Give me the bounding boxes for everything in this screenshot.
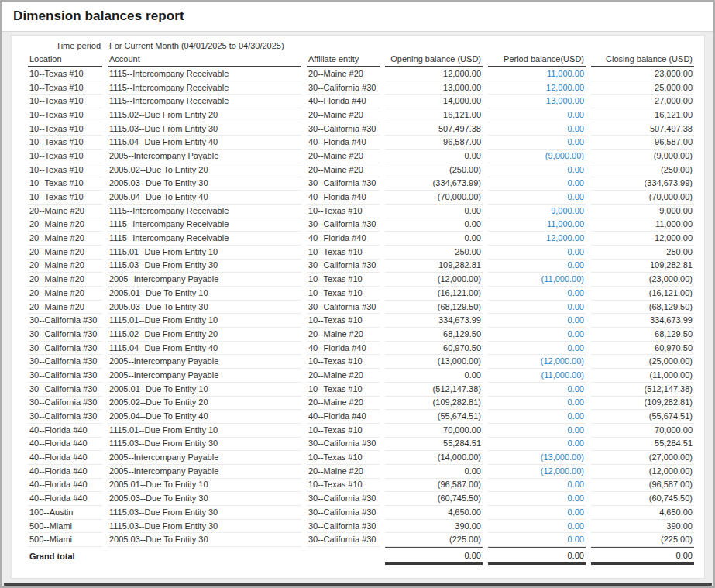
cell-closing-balance: (70,000.00) [591, 191, 694, 205]
cell-affiliate-entity: 40--Florida #40 [307, 410, 380, 424]
cell-account: 1115.02--Due From Entity 20 [108, 108, 301, 122]
cell-period-balance[interactable]: 0.00 [488, 410, 586, 424]
cell-closing-balance: (68,129.50) [591, 301, 694, 315]
cell-closing-balance: 25,000.00 [591, 81, 694, 95]
cell-opening-balance: 507,497.38 [385, 122, 483, 136]
cell-period-balance[interactable]: 0.00 [488, 260, 586, 273]
cell-opening-balance: 16,121.00 [385, 108, 483, 122]
cell-period-balance[interactable]: 0.00 [488, 342, 586, 356]
cell-opening-balance: 334,673.99 [385, 314, 483, 328]
cell-period-balance[interactable]: 0.00 [488, 479, 586, 493]
grand-total-spacer [307, 547, 380, 565]
cell-closing-balance: 4,650.00 [591, 506, 694, 520]
cell-location: 30--California #30 [28, 328, 102, 342]
table-row: 30--California #302005.02--Due To Entity… [28, 397, 694, 411]
table-row: 30--California #301115.01--Due From Enti… [28, 314, 694, 328]
cell-opening-balance: (12,000.00) [385, 273, 483, 287]
cell-period-balance[interactable]: 0.00 [488, 108, 586, 122]
cell-period-balance[interactable]: 9,000.00 [488, 205, 586, 218]
cell-period-balance[interactable]: (13,000.00) [488, 451, 586, 465]
column-header-account: Account [108, 53, 301, 67]
table-row: 40--Florida #402005.01--Due To Entity 10… [28, 479, 694, 493]
cell-opening-balance: (55,674.51) [385, 410, 483, 424]
cell-location: 10--Texas #10 [28, 67, 102, 81]
cell-closing-balance: (109,282.81) [591, 397, 694, 411]
cell-period-balance[interactable]: 0.00 [488, 492, 586, 506]
cell-period-balance[interactable]: (9,000.00) [488, 150, 586, 163]
cell-location: 500--Miami [28, 533, 102, 547]
cell-opening-balance: (225.00) [385, 533, 483, 547]
cell-period-balance[interactable]: (11,000.00) [488, 369, 586, 383]
cell-period-balance[interactable]: 0.00 [488, 438, 586, 452]
cell-location: 10--Texas #10 [28, 108, 102, 122]
cell-account: 2005.02--Due To Entity 20 [108, 397, 301, 411]
cell-account: 1115.01--Due From Entity 10 [108, 314, 301, 328]
cell-account: 1115--Intercompany Receivable [108, 67, 301, 81]
table-row: 100--Austin1115.03--Due From Entity 3030… [28, 506, 694, 520]
cell-period-balance[interactable]: 11,000.00 [488, 67, 586, 81]
cell-period-balance[interactable]: 0.00 [488, 122, 586, 136]
cell-period-balance[interactable]: 13,000.00 [488, 95, 586, 108]
cell-location: 20--Maine #20 [28, 218, 102, 232]
cell-closing-balance: 334,673.99 [591, 314, 694, 328]
cell-location: 100--Austin [28, 506, 102, 520]
balances-table: Time period For Current Month (04/01/202… [22, 40, 700, 565]
cell-period-balance[interactable]: 0.00 [488, 328, 586, 342]
cell-period-balance[interactable]: 0.00 [488, 520, 586, 534]
cell-affiliate-entity: 10--Texas #10 [307, 383, 380, 397]
cell-location: 10--Texas #10 [28, 177, 102, 191]
cell-period-balance[interactable]: 0.00 [488, 136, 586, 150]
cell-location: 30--California #30 [28, 397, 102, 411]
cell-closing-balance: (512,147.38) [591, 383, 694, 397]
cell-closing-balance: 60,970.50 [591, 342, 694, 356]
cell-location: 20--Maine #20 [28, 205, 102, 218]
cell-affiliate-entity: 20--Maine #20 [307, 150, 380, 163]
table-row: 30--California #302005.01--Due To Entity… [28, 383, 694, 397]
cell-affiliate-entity: 30--California #30 [307, 301, 380, 315]
table-row: 40--Florida #402005--Intercompany Payabl… [28, 451, 694, 465]
cell-opening-balance: 109,282.81 [385, 260, 483, 273]
table-row: 40--Florida #401115.01--Due From Entity … [28, 424, 694, 438]
cell-period-balance[interactable]: 0.00 [488, 506, 586, 520]
cell-period-balance[interactable]: 11,000.00 [488, 218, 586, 232]
cell-period-balance[interactable]: (11,000.00) [488, 273, 586, 287]
cell-period-balance[interactable]: 12,000.00 [488, 81, 586, 95]
horizontal-scrollbar[interactable] [4, 583, 712, 586]
table-row: 20--Maine #201115.01--Due From Entity 10… [28, 246, 694, 260]
cell-period-balance[interactable]: 0.00 [488, 397, 586, 411]
cell-opening-balance: 13,000.00 [385, 81, 483, 95]
cell-period-balance[interactable]: 0.00 [488, 246, 586, 260]
cell-period-balance[interactable]: 0.00 [488, 314, 586, 328]
cell-period-balance[interactable]: 0.00 [488, 383, 586, 397]
cell-period-balance[interactable]: 0.00 [488, 191, 586, 205]
cell-period-balance[interactable]: 0.00 [488, 533, 586, 547]
cell-account: 2005--Intercompany Payable [108, 369, 301, 383]
cell-closing-balance: 507,497.38 [591, 122, 694, 136]
cell-closing-balance: 109,282.81 [591, 260, 694, 273]
cell-period-balance[interactable]: (12,000.00) [488, 355, 586, 369]
table-row: 20--Maine #202005.03--Due To Entity 3030… [28, 301, 694, 315]
cell-period-balance[interactable]: 0.00 [488, 177, 586, 191]
cell-account: 1115--Intercompany Receivable [108, 95, 301, 108]
cell-period-balance[interactable]: 0.00 [488, 424, 586, 438]
cell-affiliate-entity: 10--Texas #10 [307, 314, 380, 328]
cell-location: 40--Florida #40 [28, 438, 102, 452]
cell-period-balance[interactable]: 0.00 [488, 163, 586, 177]
cell-closing-balance: 68,129.50 [591, 328, 694, 342]
cell-period-balance[interactable]: 0.00 [488, 287, 586, 301]
cell-closing-balance: 96,587.00 [591, 136, 694, 150]
cell-opening-balance: 14,000.00 [385, 95, 483, 108]
cell-affiliate-entity: 20--Maine #20 [307, 67, 380, 81]
cell-location: 20--Maine #20 [28, 260, 102, 273]
cell-period-balance[interactable]: 0.00 [488, 301, 586, 315]
cell-opening-balance: 0.00 [385, 205, 483, 218]
table-row: 30--California #301115.04--Due From Enti… [28, 342, 694, 356]
cell-period-balance[interactable]: 12,000.00 [488, 232, 586, 246]
cell-account: 1115--Intercompany Receivable [108, 232, 301, 246]
cell-location: 20--Maine #20 [28, 232, 102, 246]
cell-affiliate-entity: 30--California #30 [307, 533, 380, 547]
column-header-period-balance: Period balance(USD) [488, 53, 586, 67]
cell-account: 1115.04--Due From Entity 40 [108, 342, 301, 356]
cell-location: 30--California #30 [28, 314, 102, 328]
cell-period-balance[interactable]: (12,000.00) [488, 465, 586, 479]
